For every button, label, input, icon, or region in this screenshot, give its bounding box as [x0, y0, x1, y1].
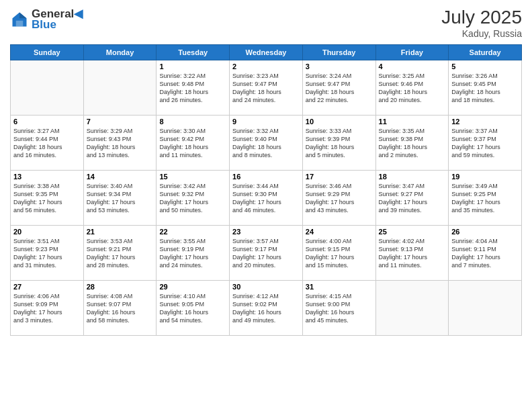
week-row-4: 20Sunrise: 3:51 AM Sunset: 9:23 PM Dayli… — [11, 226, 522, 281]
day-info: Sunrise: 4:10 AM Sunset: 9:05 PM Dayligh… — [159, 292, 226, 325]
calendar-cell: 24Sunrise: 4:00 AM Sunset: 9:15 PM Dayli… — [302, 226, 375, 281]
calendar-cell: 8Sunrise: 3:30 AM Sunset: 9:42 PM Daylig… — [157, 116, 230, 171]
day-number: 20 — [13, 228, 81, 236]
svg-rect-2 — [16, 20, 24, 26]
calendar-cell: 13Sunrise: 3:38 AM Sunset: 9:35 PM Dayli… — [11, 171, 84, 226]
day-info: Sunrise: 3:22 AM Sunset: 9:48 PM Dayligh… — [159, 72, 226, 105]
day-info: Sunrise: 4:04 AM Sunset: 9:11 PM Dayligh… — [451, 237, 519, 270]
calendar-body: 1Sunrise: 3:22 AM Sunset: 9:48 PM Daylig… — [11, 60, 522, 336]
day-info: Sunrise: 4:08 AM Sunset: 9:07 PM Dayligh… — [87, 292, 154, 325]
day-number: 2 — [232, 62, 300, 71]
logo-text: General◀ Blue — [32, 7, 83, 32]
calendar-cell — [375, 281, 449, 336]
day-number: 4 — [379, 62, 446, 71]
day-info: Sunrise: 4:02 AM Sunset: 9:13 PM Dayligh… — [379, 237, 446, 270]
day-info: Sunrise: 3:47 AM Sunset: 9:27 PM Dayligh… — [379, 182, 446, 215]
day-info: Sunrise: 3:26 AM Sunset: 9:45 PM Dayligh… — [451, 72, 519, 105]
week-row-3: 13Sunrise: 3:38 AM Sunset: 9:35 PM Dayli… — [11, 171, 522, 226]
day-number: 9 — [232, 118, 300, 126]
calendar-table: SundayMondayTuesdayWednesdayThursdayFrid… — [10, 44, 522, 336]
day-number: 15 — [159, 173, 226, 181]
day-info: Sunrise: 4:06 AM Sunset: 9:09 PM Dayligh… — [13, 292, 81, 325]
calendar-cell — [11, 60, 84, 116]
day-info: Sunrise: 4:00 AM Sunset: 9:15 PM Dayligh… — [306, 237, 373, 270]
day-info: Sunrise: 3:44 AM Sunset: 9:30 PM Dayligh… — [232, 182, 300, 215]
svg-marker-1 — [19, 12, 27, 18]
day-number: 7 — [87, 118, 154, 126]
day-info: Sunrise: 4:12 AM Sunset: 9:02 PM Dayligh… — [232, 292, 300, 325]
weekday-saturday: Saturday — [449, 45, 522, 60]
calendar-cell — [449, 281, 522, 336]
header: General◀ Blue July 2025 Kaduy, Russia — [10, 7, 522, 39]
day-info: Sunrise: 3:27 AM Sunset: 9:44 PM Dayligh… — [13, 127, 81, 160]
calendar-cell: 14Sunrise: 3:40 AM Sunset: 9:34 PM Dayli… — [83, 171, 157, 226]
day-number: 8 — [159, 118, 226, 126]
day-number: 29 — [159, 283, 226, 291]
day-info: Sunrise: 3:55 AM Sunset: 9:19 PM Dayligh… — [159, 237, 226, 270]
calendar-cell: 22Sunrise: 3:55 AM Sunset: 9:19 PM Dayli… — [157, 226, 230, 281]
day-number: 19 — [451, 173, 519, 181]
day-info: Sunrise: 3:51 AM Sunset: 9:23 PM Dayligh… — [13, 237, 81, 270]
day-info: Sunrise: 3:24 AM Sunset: 9:47 PM Dayligh… — [306, 72, 373, 105]
day-number: 1 — [159, 62, 226, 71]
weekday-friday: Friday — [375, 45, 449, 60]
day-number: 28 — [87, 283, 154, 291]
day-info: Sunrise: 3:35 AM Sunset: 9:38 PM Dayligh… — [379, 127, 446, 160]
day-number: 14 — [87, 173, 154, 181]
day-number: 16 — [232, 173, 300, 181]
day-info: Sunrise: 3:38 AM Sunset: 9:35 PM Dayligh… — [13, 182, 81, 215]
page: General◀ Blue July 2025 Kaduy, Russia Su… — [0, 0, 532, 411]
day-info: Sunrise: 3:30 AM Sunset: 9:42 PM Dayligh… — [159, 127, 226, 160]
month-year: July 2025 — [441, 7, 522, 28]
day-number: 24 — [306, 228, 373, 236]
calendar-cell: 7Sunrise: 3:29 AM Sunset: 9:43 PM Daylig… — [83, 116, 157, 171]
calendar-cell: 1Sunrise: 3:22 AM Sunset: 9:48 PM Daylig… — [157, 60, 230, 116]
calendar-cell: 16Sunrise: 3:44 AM Sunset: 9:30 PM Dayli… — [230, 171, 303, 226]
day-info: Sunrise: 3:46 AM Sunset: 9:29 PM Dayligh… — [306, 182, 373, 215]
calendar-cell: 2Sunrise: 3:23 AM Sunset: 9:47 PM Daylig… — [230, 60, 303, 116]
weekday-thursday: Thursday — [302, 45, 375, 60]
day-info: Sunrise: 3:33 AM Sunset: 9:39 PM Dayligh… — [306, 127, 373, 160]
calendar-cell — [83, 60, 157, 116]
day-info: Sunrise: 3:29 AM Sunset: 9:43 PM Dayligh… — [87, 127, 154, 160]
calendar-cell: 30Sunrise: 4:12 AM Sunset: 9:02 PM Dayli… — [230, 281, 303, 336]
day-number: 11 — [379, 118, 446, 126]
weekday-sunday: Sunday — [11, 45, 84, 60]
weekday-monday: Monday — [83, 45, 157, 60]
calendar-cell: 27Sunrise: 4:06 AM Sunset: 9:09 PM Dayli… — [11, 281, 84, 336]
day-number: 13 — [13, 173, 81, 181]
day-number: 6 — [13, 118, 81, 126]
day-number: 23 — [232, 228, 300, 236]
day-info: Sunrise: 4:15 AM Sunset: 9:00 PM Dayligh… — [306, 292, 373, 325]
day-info: Sunrise: 3:42 AM Sunset: 9:32 PM Dayligh… — [159, 182, 226, 215]
calendar-cell: 3Sunrise: 3:24 AM Sunset: 9:47 PM Daylig… — [302, 60, 375, 116]
week-row-2: 6Sunrise: 3:27 AM Sunset: 9:44 PM Daylig… — [11, 116, 522, 171]
calendar-cell: 26Sunrise: 4:04 AM Sunset: 9:11 PM Dayli… — [449, 226, 522, 281]
day-info: Sunrise: 3:40 AM Sunset: 9:34 PM Dayligh… — [87, 182, 154, 215]
day-number: 17 — [306, 173, 373, 181]
day-number: 26 — [451, 228, 519, 236]
day-number: 25 — [379, 228, 446, 236]
title-block: July 2025 Kaduy, Russia — [441, 7, 522, 39]
day-number: 27 — [13, 283, 81, 291]
calendar-cell: 21Sunrise: 3:53 AM Sunset: 9:21 PM Dayli… — [83, 226, 157, 281]
day-number: 21 — [87, 228, 154, 236]
day-info: Sunrise: 3:53 AM Sunset: 9:21 PM Dayligh… — [87, 237, 154, 270]
calendar-cell: 23Sunrise: 3:57 AM Sunset: 9:17 PM Dayli… — [230, 226, 303, 281]
weekday-wednesday: Wednesday — [230, 45, 303, 60]
day-number: 12 — [451, 118, 519, 126]
calendar-cell: 25Sunrise: 4:02 AM Sunset: 9:13 PM Dayli… — [375, 226, 449, 281]
day-info: Sunrise: 3:57 AM Sunset: 9:17 PM Dayligh… — [232, 237, 300, 270]
day-number: 5 — [451, 62, 519, 71]
calendar-cell: 11Sunrise: 3:35 AM Sunset: 9:38 PM Dayli… — [375, 116, 449, 171]
day-info: Sunrise: 3:25 AM Sunset: 9:46 PM Dayligh… — [379, 72, 446, 105]
calendar-cell: 17Sunrise: 3:46 AM Sunset: 9:29 PM Dayli… — [302, 171, 375, 226]
day-info: Sunrise: 3:23 AM Sunset: 9:47 PM Dayligh… — [232, 72, 300, 105]
day-info: Sunrise: 3:37 AM Sunset: 9:37 PM Dayligh… — [451, 127, 519, 160]
calendar-cell: 31Sunrise: 4:15 AM Sunset: 9:00 PM Dayli… — [302, 281, 375, 336]
day-number: 31 — [306, 283, 373, 291]
day-number: 22 — [159, 228, 226, 236]
day-number: 3 — [306, 62, 373, 71]
calendar-cell: 10Sunrise: 3:33 AM Sunset: 9:39 PM Dayli… — [302, 116, 375, 171]
day-info: Sunrise: 3:49 AM Sunset: 9:25 PM Dayligh… — [451, 182, 519, 215]
